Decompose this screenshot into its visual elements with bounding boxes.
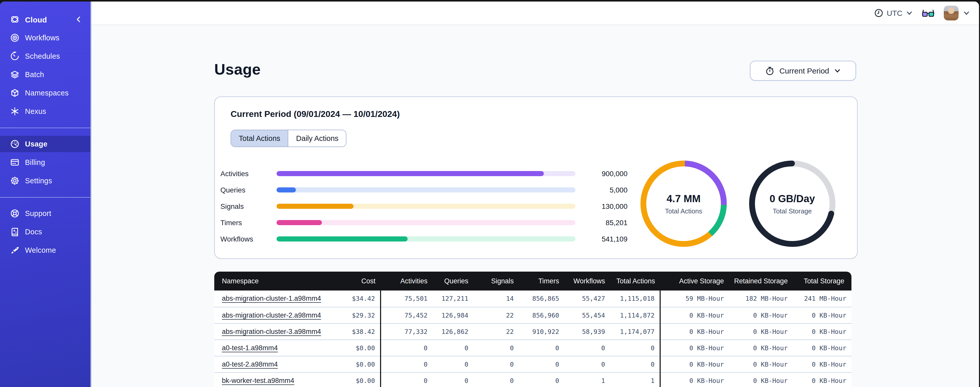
batch-layers-icon	[10, 70, 19, 79]
col-header-workflows: Workflows	[564, 272, 610, 291]
value-cell: 55,454	[564, 307, 610, 323]
sidebar-item-label: Batch	[25, 70, 44, 78]
workflows-icon	[10, 33, 19, 42]
support-lifebuoy-icon	[10, 209, 19, 218]
value-cell: 0	[433, 339, 473, 356]
value-cell: 0 KB-Hour	[660, 339, 729, 356]
value-cell: 0	[473, 356, 519, 372]
value-cell: 58,939	[564, 323, 610, 339]
value-cell: $29.32	[319, 307, 380, 323]
value-cell: 0 KB-Hour	[729, 339, 793, 356]
account-menu[interactable]	[944, 6, 970, 21]
usage-gauge-icon	[10, 139, 19, 149]
sidebar-item-nexus[interactable]: Nexus	[0, 103, 90, 120]
sidebar-item-billing[interactable]: Billing	[0, 154, 90, 171]
screen: Cloud Workflows Schedules	[0, 0, 980, 387]
table-row: abs-migration-cluster-1.a98mm4$34.4275,5…	[214, 291, 851, 307]
period-dropdown-button[interactable]: Current Period	[750, 61, 856, 81]
namespace-link[interactable]: a0-test-1.a98mm4	[222, 344, 278, 352]
bar-value: 541,109	[582, 235, 627, 243]
col-header-activities: Activities	[380, 272, 433, 291]
sidebar: Cloud Workflows Schedules	[0, 2, 91, 387]
value-cell: 0	[473, 339, 519, 356]
sidebar-item-schedules[interactable]: Schedules	[0, 48, 90, 64]
chevron-left-icon	[75, 16, 82, 23]
sidebar-item-label: Billing	[25, 158, 45, 166]
value-cell: 0	[564, 356, 610, 372]
bar-row-workflows: Workflows541,109	[220, 231, 627, 247]
card-title: Current Period (09/01/2024 — 10/01/2024)	[231, 109, 400, 120]
total-storage-label: Total Storage	[773, 207, 811, 215]
value-cell: 856,960	[519, 307, 564, 323]
value-cell: 22	[473, 323, 519, 339]
value-cell: 75,501	[380, 291, 433, 307]
value-cell: 0	[473, 372, 519, 387]
value-cell: 0 KB-Hour	[729, 307, 793, 323]
app-window: Cloud Workflows Schedules	[0, 2, 979, 387]
value-cell: 0 KB-Hour	[729, 323, 793, 339]
tab-daily-actions[interactable]: Daily Actions	[288, 130, 346, 147]
bar-row-signals: Signals130,000	[220, 198, 627, 214]
total-storage-value: 0 GB/Day	[770, 193, 815, 205]
bar-value: 130,000	[582, 202, 627, 210]
namespace-link[interactable]: bk-worker-test.a98mm4	[222, 377, 294, 384]
value-cell: $0.00	[319, 372, 380, 387]
value-cell: 0	[610, 356, 660, 372]
value-cell: 0	[519, 339, 564, 356]
value-cell: 0 KB-Hour	[793, 323, 851, 339]
namespace-cell: abs-migration-cluster-2.a98mm4	[214, 307, 319, 323]
value-cell: 0 KB-Hour	[660, 356, 729, 372]
docs-book-icon	[10, 227, 19, 237]
sidebar-item-label: Docs	[25, 228, 42, 236]
value-cell: 0 KB-Hour	[793, 372, 851, 387]
total-actions-donut: 4.7 MM Total Actions	[638, 158, 729, 249]
sidebar-item-settings[interactable]: Settings	[0, 173, 90, 189]
table-row: a0-test-1.a98mm4$0.000000000 KB-Hour0 KB…	[214, 339, 851, 356]
bar-fill	[277, 204, 353, 209]
value-cell: 0	[610, 339, 660, 356]
sidebar-item-batch[interactable]: Batch	[0, 66, 90, 83]
tab-total-actions[interactable]: Total Actions	[231, 130, 288, 147]
chevron-down-icon	[963, 10, 970, 16]
sidebar-item-docs[interactable]: Docs	[0, 224, 90, 240]
namespace-usage-table: Namespace Cost Activities Queries Signal…	[214, 272, 851, 387]
value-cell: 0 KB-Hour	[793, 356, 851, 372]
actions-bar-chart: Activities900,000Queries5,000Signals130,…	[220, 165, 627, 247]
sidebar-collapse-button[interactable]	[75, 11, 82, 27]
actions-view-tabs: Total Actions Daily Actions	[231, 130, 347, 147]
value-cell: 0 KB-Hour	[660, 372, 729, 387]
current-period-card: Current Period (09/01/2024 — 10/01/2024)…	[214, 96, 858, 259]
table-header-row: Namespace Cost Activities Queries Signal…	[214, 272, 851, 291]
sidebar-item-usage[interactable]: Usage	[0, 136, 90, 152]
namespace-cell: abs-migration-cluster-3.a98mm4	[214, 323, 319, 339]
value-cell: 1,115,018	[610, 291, 660, 307]
sidebar-item-support[interactable]: Support	[0, 205, 90, 222]
namespace-link[interactable]: abs-migration-cluster-1.a98mm4	[222, 295, 321, 302]
top-bar: UTC	[91, 2, 979, 25]
value-cell: 55,427	[564, 291, 610, 307]
value-cell: 75,452	[380, 307, 433, 323]
sidebar-brand-cloud[interactable]: Cloud	[0, 11, 90, 27]
sidebar-item-label: Support	[25, 209, 51, 217]
namespace-link[interactable]: abs-migration-cluster-3.a98mm4	[222, 328, 321, 335]
sidebar-divider	[0, 128, 90, 128]
sidebar-item-namespaces[interactable]: Namespaces	[0, 85, 90, 101]
stopwatch-icon	[765, 66, 774, 75]
labs-toggle-button[interactable]	[922, 9, 935, 17]
table-row: abs-migration-cluster-2.a98mm4$29.3275,4…	[214, 307, 851, 323]
value-cell: 1,174,077	[610, 323, 660, 339]
bar-value: 85,201	[582, 219, 627, 227]
chevron-down-icon	[834, 67, 841, 74]
value-cell: 0	[380, 372, 433, 387]
bar-row-queries: Queries5,000	[220, 182, 627, 198]
value-cell: 910,922	[519, 323, 564, 339]
col-header-signals: Signals	[473, 272, 519, 291]
namespace-link[interactable]: abs-migration-cluster-2.a98mm4	[222, 311, 321, 319]
bar-label: Signals	[220, 202, 270, 210]
value-cell: $34.42	[319, 291, 380, 307]
timezone-dropdown[interactable]: UTC	[874, 9, 913, 18]
sidebar-item-workflows[interactable]: Workflows	[0, 30, 90, 46]
namespace-link[interactable]: a0-test-2.a98mm4	[222, 360, 278, 368]
col-header-queries: Queries	[433, 272, 473, 291]
sidebar-item-welcome[interactable]: Welcome	[0, 242, 90, 258]
